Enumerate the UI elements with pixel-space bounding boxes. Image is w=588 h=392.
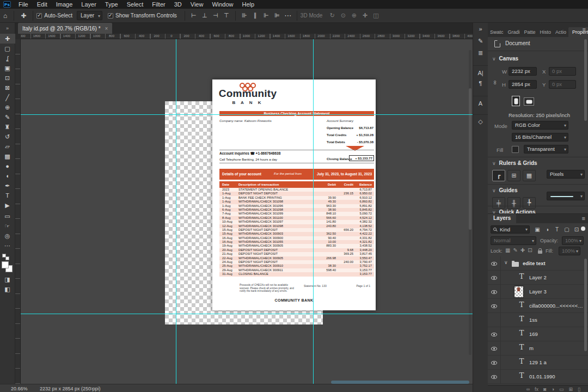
foreground-color-swatch[interactable] xyxy=(2,261,9,268)
distribute-right-icon[interactable]: ⊫ xyxy=(272,12,283,19)
document-tab[interactable]: Italy id.psd @ 20.7% (RGB/16) * × xyxy=(18,23,112,34)
properties-scrollbar[interactable] xyxy=(584,39,587,121)
visibility-toggle[interactable] xyxy=(488,256,501,271)
fill-swatch[interactable] xyxy=(512,146,519,153)
eraser-tool[interactable]: ▱ xyxy=(0,142,15,151)
blend-mode-select[interactable]: Normal xyxy=(491,236,536,245)
units-select[interactable]: Pixels xyxy=(547,170,585,179)
visibility-toggle[interactable] xyxy=(488,370,501,384)
close-tab-icon[interactable]: × xyxy=(105,26,108,32)
new-group-icon[interactable]: ▭ xyxy=(559,387,564,392)
height-field[interactable]: 2854 px xyxy=(509,80,537,89)
layer-row[interactable]: m xyxy=(488,341,588,356)
target-select[interactable]: Layer xyxy=(77,11,102,20)
crop-tool[interactable]: ⊡ xyxy=(0,73,15,83)
lock-guides-icon[interactable]: ╫ xyxy=(507,197,520,209)
clone-stamp-tool[interactable]: ♜ xyxy=(0,122,15,132)
clear-guides-icon[interactable]: ╄ xyxy=(523,197,536,209)
panel-tab[interactable]: Histo xyxy=(538,27,554,37)
lock-transparency-icon[interactable]: ▦ xyxy=(505,247,510,253)
lasso-tool[interactable]: ʆ xyxy=(0,53,15,63)
collapse-toolbar-icon[interactable]: » xyxy=(6,23,9,34)
menu-item[interactable]: Edit xyxy=(33,0,52,9)
glyphs-panel-icon[interactable]: A xyxy=(473,96,488,108)
filter-smart-object-icon[interactable]: ⊡ xyxy=(573,225,580,234)
visibility-toggle[interactable] xyxy=(488,313,501,327)
filter-type-icon[interactable]: T xyxy=(553,225,561,234)
vertical-ruler[interactable] xyxy=(15,39,21,384)
fill-select[interactable]: Transparent xyxy=(524,145,568,154)
visibility-toggle[interactable] xyxy=(488,299,501,313)
layer-name[interactable]: edite text xyxy=(523,260,546,266)
hand-tool[interactable]: ☞ xyxy=(0,221,15,231)
layer-name[interactable]: 01.01.1990 xyxy=(529,373,555,379)
swap-colors-icon[interactable] xyxy=(5,256,9,260)
distribute-left-icon[interactable]: ⊩ xyxy=(261,12,272,19)
layer-row[interactable]: 169 xyxy=(488,327,588,341)
layers-tab[interactable]: Layers xyxy=(488,214,516,223)
brush-tool[interactable]: ✎ xyxy=(0,112,15,122)
lock-all-icon[interactable] xyxy=(538,250,542,254)
align-top-icon[interactable]: ⊤ xyxy=(221,12,232,19)
quick-actions-section-header[interactable]: Quick Actions xyxy=(492,209,535,213)
layer-name[interactable]: 169 xyxy=(529,331,538,337)
lock-position-icon[interactable]: ✚ xyxy=(520,247,525,253)
quick-mask-button[interactable]: ◨ xyxy=(0,274,15,284)
menu-item[interactable]: Select xyxy=(122,0,148,9)
menu-item[interactable]: Help xyxy=(238,0,259,9)
layers-panel-menu-icon[interactable]: ≡ xyxy=(582,215,585,222)
opacity-field[interactable]: 100% xyxy=(562,236,584,245)
home-icon[interactable]: ⌂ xyxy=(0,12,10,20)
guide-vertical-1[interactable] xyxy=(176,39,176,384)
layer-name[interactable]: Layer 3 xyxy=(529,289,547,295)
menu-item[interactable]: Window xyxy=(207,0,237,9)
gradient-tool[interactable]: ▩ xyxy=(0,151,15,161)
lock-artboard-icon[interactable]: ⊡ xyxy=(528,247,532,253)
dodge-tool[interactable]: ◖ xyxy=(0,171,15,181)
screen-mode-button[interactable]: ◧ xyxy=(0,284,15,294)
visibility-toggle[interactable] xyxy=(488,356,501,370)
guide-horizontal-2[interactable] xyxy=(21,314,473,314)
app-logo-icon[interactable]: Ps xyxy=(3,1,11,8)
show-transform-checkbox[interactable] xyxy=(108,13,113,19)
layer-filter-select[interactable]: Kind xyxy=(491,225,530,234)
character-panel-icon[interactable]: A| xyxy=(473,65,488,77)
layer-row[interactable]: Layer 2 xyxy=(488,271,588,285)
zoom-tool[interactable]: ◎ xyxy=(0,231,15,241)
visibility-toggle[interactable] xyxy=(488,327,501,341)
portrait-orientation-button[interactable] xyxy=(512,96,520,106)
bit-depth-select[interactable]: 16 Bits/Channel xyxy=(512,133,568,142)
layers-scrollbar[interactable] xyxy=(584,259,587,351)
pen-tool[interactable]: ✒ xyxy=(0,181,15,191)
3d-slide-icon[interactable]: ✚ xyxy=(359,12,370,19)
frame-tool[interactable]: ⊠ xyxy=(0,83,15,93)
layer-effects-icon[interactable]: fx xyxy=(535,387,538,392)
layer-thumbnail[interactable] xyxy=(514,286,524,298)
canvas-area[interactable]: Community B A N K Business Checking Acco… xyxy=(21,39,473,384)
layer-name[interactable]: cilla000000...<<<<<<<0 d xyxy=(529,303,584,309)
layer-name[interactable]: 1ss xyxy=(529,317,537,323)
menu-item[interactable]: 3D xyxy=(170,0,186,9)
3d-orbit-icon[interactable]: ↻ xyxy=(327,12,338,19)
filter-adjustment-icon[interactable]: ◑ xyxy=(543,225,551,234)
move-tool-icon[interactable]: ✚ xyxy=(17,12,29,20)
filter-toggle-icon[interactable] xyxy=(581,226,585,231)
eyedropper-tool[interactable]: ╱ xyxy=(0,93,15,102)
pixel-grid-icon[interactable]: ▦ xyxy=(523,170,536,181)
type-tool[interactable]: T xyxy=(0,191,15,200)
visibility-toggle[interactable] xyxy=(488,271,501,285)
visibility-toggle[interactable] xyxy=(488,341,501,356)
3d-camera-icon[interactable]: ◫ xyxy=(370,12,381,19)
path-selection-tool[interactable]: ▶ xyxy=(0,200,15,210)
x-field[interactable]: 0 px xyxy=(549,67,576,76)
libraries-panel-icon[interactable]: ◇ xyxy=(473,114,488,126)
3d-roll-icon[interactable]: ⊙ xyxy=(338,12,348,19)
menu-item[interactable]: Image xyxy=(52,0,77,9)
distribute-horizontal-icon[interactable]: ∥ xyxy=(250,12,261,19)
history-brush-tool[interactable]: ↺ xyxy=(0,132,15,142)
layer-name[interactable]: 129 1 a xyxy=(529,359,547,365)
more-options-icon[interactable]: ⋯ xyxy=(283,11,293,20)
align-right-icon[interactable]: ⊣ xyxy=(210,12,221,19)
canvas-section-header[interactable]: Canvas xyxy=(492,56,518,62)
distribute-vertical-icon[interactable]: ⊪ xyxy=(239,12,250,19)
